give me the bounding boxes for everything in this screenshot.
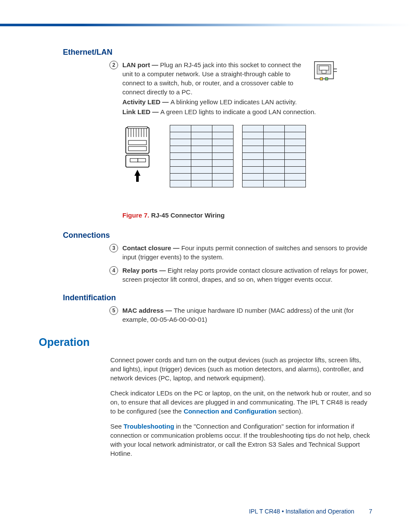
callout-number-2: 2: [109, 61, 118, 69]
footer-text: IPL T CR48 • Installation and Operation: [249, 508, 354, 515]
lan-port-icon: [314, 61, 338, 84]
rj45-connector-icon: [122, 125, 157, 187]
lan-port-label: LAN port —: [122, 61, 160, 68]
svg-rect-21: [130, 159, 138, 162]
callout-number-5: 5: [109, 306, 118, 315]
operation-p1: Connect power cords and turn on the outp…: [110, 355, 372, 383]
figure-title: RJ-45 Connector Wiring: [151, 212, 225, 219]
wiring-table-left: [170, 125, 234, 187]
relay-ports-label: Relay ports —: [122, 267, 168, 274]
contact-closure-label: Contact closure —: [122, 244, 181, 252]
callout-number-4: 4: [109, 266, 118, 275]
svg-marker-23: [134, 170, 140, 182]
svg-rect-19: [128, 146, 146, 151]
svg-rect-18: [128, 140, 146, 145]
heading-operation: Operation: [39, 336, 372, 348]
connection-config-link[interactable]: Connection and Configuration: [184, 408, 277, 415]
rj45-diagram-row: [122, 125, 372, 187]
contact-closure-item: 3 Contact closure — Four inputs permit c…: [122, 243, 372, 261]
callout-number-3: 3: [109, 244, 118, 252]
page-footer: IPL T CR48 • Installation and Operation …: [249, 508, 372, 515]
wiring-tables: [170, 125, 306, 187]
link-led-label: Link LED —: [122, 108, 160, 115]
svg-rect-5: [325, 78, 328, 80]
heading-identification: Indentification: [63, 293, 372, 302]
figure-number: Figure 7.: [122, 212, 149, 219]
page-number: 7: [369, 508, 372, 515]
svg-rect-2: [319, 66, 329, 70]
heading-connections: Connections: [63, 231, 372, 240]
operation-body: Connect power cords and turn on the outp…: [110, 355, 372, 458]
mac-address-item: 5 MAC address — The unique hardware ID n…: [122, 306, 372, 324]
svg-rect-3: [322, 70, 326, 73]
figure-7-caption: Figure 7. RJ-45 Connector Wiring: [122, 212, 372, 219]
link-led-text: A green LED lights to indicate a good LA…: [160, 108, 316, 115]
operation-p2: Check indicator LEDs on the PC or laptop…: [110, 389, 372, 416]
svg-rect-22: [138, 159, 146, 162]
troubleshooting-link[interactable]: Troubleshooting: [124, 423, 174, 430]
relay-ports-item: 4 Relay ports — Eight relay ports provid…: [122, 266, 372, 284]
wiring-table-right: [242, 125, 306, 187]
activity-led-label: Activity LED —: [122, 98, 171, 106]
mac-address-label: MAC address —: [122, 307, 174, 314]
svg-rect-4: [320, 78, 323, 80]
activity-led-text: A blinking yellow LED indicates LAN acti…: [171, 98, 297, 106]
svg-rect-17: [128, 127, 147, 128]
operation-p3: See Troubleshooting in the "Connection a…: [110, 422, 372, 458]
heading-ethernet: Ethernet/LAN: [63, 48, 372, 57]
ethernet-lan-port-item: 2 LAN port — Plug an RJ-45 jack into thi…: [122, 60, 372, 117]
